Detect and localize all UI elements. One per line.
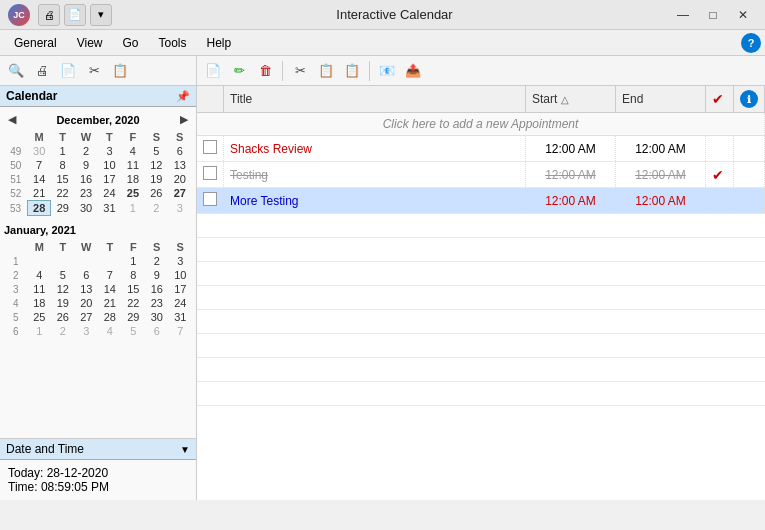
paste-appt-btn[interactable]: 📋 (340, 59, 364, 83)
menu-go[interactable]: Go (113, 33, 149, 53)
row-3-checkbox-cell[interactable] (197, 188, 224, 214)
calendar-day[interactable]: 25 (28, 310, 52, 324)
calendar-day[interactable]: 23 (74, 186, 97, 201)
dropdown-tool-btn[interactable]: ▾ (90, 4, 112, 26)
calendar-day[interactable]: 15 (122, 282, 146, 296)
calendar-day[interactable]: 26 (145, 186, 168, 201)
menu-help[interactable]: Help (197, 33, 242, 53)
row-3-title[interactable]: More Testing (230, 194, 298, 208)
calendar-day[interactable] (51, 254, 75, 268)
calendar-day[interactable]: 3 (75, 324, 99, 338)
add-appointment-row[interactable]: Click here to add a new Appointment (197, 113, 765, 136)
calendar-day[interactable]: 28 (98, 310, 122, 324)
calendar-day[interactable]: 24 (98, 186, 121, 201)
calendar-day[interactable]: 6 (168, 144, 191, 158)
calendar-day[interactable]: 12 (145, 158, 168, 172)
row-3-title-cell[interactable]: More Testing (224, 188, 526, 214)
calendar-day[interactable]: 21 (27, 186, 50, 201)
calendar-day[interactable]: 8 (51, 158, 74, 172)
table-row[interactable]: Shacks Review 12:00 AM 12:00 AM (197, 136, 765, 162)
table-row[interactable]: Testing 12:00 AM 12:00 AM ✔ (197, 162, 765, 188)
calendar-day[interactable]: 9 (74, 158, 97, 172)
print-tool-btn[interactable]: 🖨 (38, 4, 60, 26)
sidebar-cut-btn[interactable]: ✂ (82, 59, 106, 83)
calendar-day[interactable]: 29 (51, 201, 74, 216)
new-appt-btn[interactable]: 📄 (201, 59, 225, 83)
close-button[interactable]: ✕ (729, 4, 757, 26)
calendar-day[interactable]: 2 (51, 324, 75, 338)
calendar-day[interactable]: 12 (51, 282, 75, 296)
delete-appt-btn[interactable]: 🗑 (253, 59, 277, 83)
calendar-day[interactable]: 11 (28, 282, 52, 296)
calendar-day[interactable]: 19 (51, 296, 75, 310)
calendar-day[interactable]: 16 (145, 282, 169, 296)
sidebar-print-btn[interactable]: 🖨 (30, 59, 54, 83)
help-icon[interactable]: ? (741, 33, 761, 53)
calendar-day[interactable]: 17 (98, 172, 121, 186)
calendar-day[interactable]: 30 (145, 310, 169, 324)
doc-tool-btn[interactable]: 📄 (64, 4, 86, 26)
calendar-day[interactable]: 31 (98, 201, 121, 216)
sidebar-doc-btn[interactable]: 📄 (56, 59, 80, 83)
calendar-day[interactable]: 5 (122, 324, 146, 338)
calendar-day[interactable]: 14 (27, 172, 50, 186)
col-title-header[interactable]: Title (224, 86, 526, 113)
minimize-button[interactable]: — (669, 4, 697, 26)
calendar-day[interactable] (28, 254, 52, 268)
calendar-day[interactable]: 26 (51, 310, 75, 324)
calendar-day[interactable]: 17 (169, 282, 193, 296)
calendar-day[interactable]: 22 (51, 186, 74, 201)
calendar-day[interactable]: 10 (98, 158, 121, 172)
calendar-day[interactable]: 20 (75, 296, 99, 310)
maximize-button[interactable]: □ (699, 4, 727, 26)
calendar-day[interactable]: 2 (74, 144, 97, 158)
info-icon[interactable]: ℹ (740, 90, 758, 108)
row-2-title-cell[interactable]: Testing (224, 162, 526, 188)
calendar-day[interactable]: 24 (169, 296, 193, 310)
calendar-day[interactable]: 4 (28, 268, 52, 282)
calendar-day[interactable]: 3 (98, 144, 121, 158)
row-1-checkbox-cell[interactable] (197, 136, 224, 162)
datetime-expand-icon[interactable]: ▼ (180, 444, 190, 455)
calendar-day[interactable]: 10 (169, 268, 193, 282)
calendar-day[interactable] (98, 254, 122, 268)
calendar-day[interactable]: 4 (98, 324, 122, 338)
calendar-day[interactable]: 13 (75, 282, 99, 296)
calendar-day[interactable]: 31 (169, 310, 193, 324)
window-controls[interactable]: — □ ✕ (669, 4, 757, 26)
calendar-day[interactable]: 3 (168, 201, 191, 216)
calendar-day[interactable]: 8 (122, 268, 146, 282)
row-2-checkbox-cell[interactable] (197, 162, 224, 188)
calendar-day[interactable]: 23 (145, 296, 169, 310)
col-start-header[interactable]: Start △ (526, 86, 616, 113)
calendar-day[interactable]: 5 (51, 268, 75, 282)
menu-general[interactable]: General (4, 33, 67, 53)
calendar-day[interactable]: 11 (121, 158, 144, 172)
copy-appt-btn[interactable]: 📋 (314, 59, 338, 83)
calendar-day[interactable]: 1 (122, 254, 146, 268)
calendar-day[interactable]: 3 (169, 254, 193, 268)
calendar-day[interactable]: 16 (74, 172, 97, 186)
calendar-day[interactable]: 5 (145, 144, 168, 158)
calendar-day[interactable]: 14 (98, 282, 122, 296)
title-bar-tools[interactable]: 🖨 📄 ▾ (38, 4, 112, 26)
calendar-day[interactable]: 9 (145, 268, 169, 282)
december-prev-btn[interactable]: ◀ (4, 113, 20, 126)
calendar-day[interactable]: 22 (122, 296, 146, 310)
menu-tools[interactable]: Tools (149, 33, 197, 53)
row-1-title[interactable]: Shacks Review (230, 142, 312, 156)
row-2-checkbox[interactable] (203, 166, 217, 180)
calendar-day[interactable]: 30 (74, 201, 97, 216)
sidebar-search-btn[interactable]: 🔍 (4, 59, 28, 83)
calendar-day[interactable]: 7 (27, 158, 50, 172)
calendar-day[interactable]: 6 (75, 268, 99, 282)
calendar-pin-icon[interactable]: 📌 (176, 90, 190, 103)
calendar-day[interactable]: 30 (27, 144, 50, 158)
calendar-day[interactable]: 1 (28, 324, 52, 338)
export-appt-btn[interactable]: 📤 (401, 59, 425, 83)
calendar-day[interactable]: 18 (28, 296, 52, 310)
december-next-btn[interactable]: ▶ (176, 113, 192, 126)
row-3-checkbox[interactable] (203, 192, 217, 206)
calendar-day[interactable]: 18 (121, 172, 144, 186)
table-row[interactable]: More Testing 12:00 AM 12:00 AM (197, 188, 765, 214)
